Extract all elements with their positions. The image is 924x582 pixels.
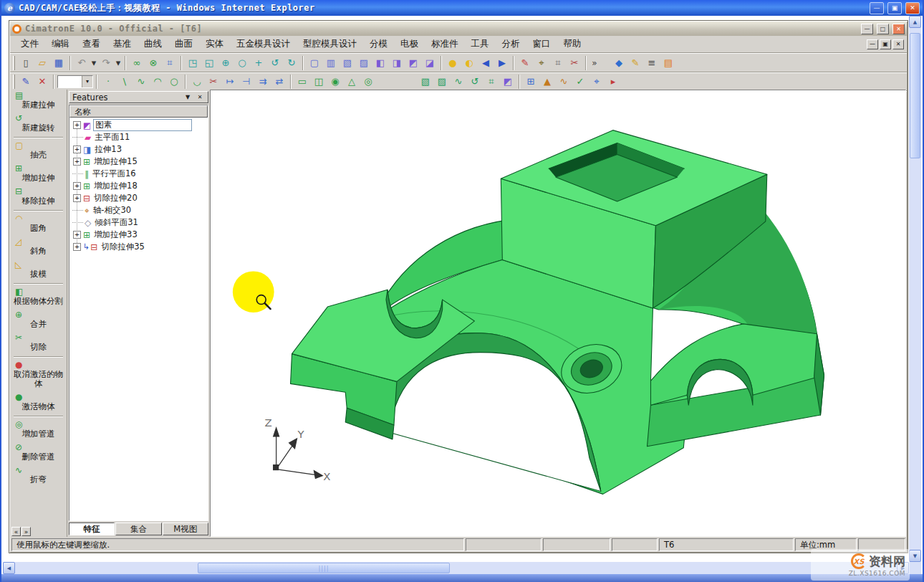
display-shaded-icon[interactable]: ▧ [340,55,355,71]
browser-restore-button[interactable]: ▣ [887,2,902,14]
menu-item-tools[interactable]: 工具 [465,36,496,52]
tree-item-add-extrude-9[interactable]: +⊞增加拉伸33 [72,229,208,241]
browser-close-button[interactable]: ✕ [905,2,920,14]
app-maximize-button[interactable]: □ [877,24,889,34]
datum-grid-icon[interactable]: ⌗ [162,55,178,71]
sidebar-item-add-extrude[interactable]: ⊞增加拉伸 [10,163,67,186]
sidebar-item-remove-extrude[interactable]: ⊟移除拉伸 [10,186,67,209]
curvature-analysis-icon[interactable]: ∿ [556,74,572,90]
display-mode-4-icon[interactable]: ◪ [422,55,438,71]
light-on-icon[interactable]: ● [445,55,461,71]
pan-icon[interactable]: + [251,55,266,71]
vertical-scroll-thumb[interactable] [910,33,920,158]
primitive-torus-icon[interactable]: ◎ [360,74,376,90]
toolbar-drag-handle[interactable] [13,56,15,70]
line-icon[interactable]: \ [117,74,133,90]
display-mode-1-icon[interactable]: ◧ [372,55,388,71]
end-flag-icon[interactable]: ▸ [605,74,621,90]
redo-icon[interactable]: ↷ [98,55,114,71]
surface-net-icon[interactable]: ⌗ [483,74,499,90]
measure-icon[interactable]: ⌖ [534,55,549,71]
surface-sweep-icon[interactable]: ∿ [451,74,466,90]
extend-icon[interactable]: ↦ [222,74,238,90]
style-combobox[interactable]: ▾ [57,75,93,88]
surface-revolve-icon[interactable]: ↺ [467,74,483,90]
tree-item-extrude-2[interactable]: +◨拉伸13 [72,143,208,156]
zoom-fit-icon[interactable]: ◱ [201,55,217,71]
menu-item-view[interactable]: 查看 [76,36,107,52]
trim-cut-icon[interactable]: ✂ [567,55,582,71]
display-wireframe-icon[interactable]: ▢ [307,55,322,71]
menu-item-standard-parts[interactable]: 标准件 [425,36,465,52]
primitive-sphere-icon[interactable]: ◉ [327,74,343,90]
new-document-icon[interactable]: ▯ [18,55,34,71]
menu-item-surface[interactable]: 曲面 [168,36,199,52]
sidebar-item-new-extrude[interactable]: ▤新建拉伸 [10,90,67,113]
tree-item-tilted-plane-8[interactable]: ◇倾斜平面31 [72,216,208,229]
sidebar-item-chamfer[interactable]: ◿斜角 [10,236,67,259]
tree-expander-icon[interactable]: + [73,243,81,251]
sidebar-item-new-revolve[interactable]: ↺新建旋转 [10,113,67,135]
surface-trim-icon[interactable]: ◩ [500,74,516,90]
draft-analysis-icon[interactable]: ▲ [539,74,555,90]
display-mode-2-icon[interactable]: ◨ [389,55,405,71]
tree-column-header[interactable]: 名称 [69,105,208,118]
tree-expander-icon[interactable]: + [73,121,81,129]
toolbar-drag-handle[interactable] [13,75,15,89]
spline-icon[interactable]: ∿ [133,74,149,90]
sidebar-item-merge[interactable]: ⊕合并 [10,309,67,332]
tree-expander-icon[interactable]: + [73,182,81,190]
menu-item-window[interactable]: 窗口 [526,36,557,52]
arc-icon[interactable]: ◠ [150,74,165,90]
tree-expander-icon[interactable]: + [73,146,81,153]
save-icon[interactable]: ▦ [51,55,67,71]
trim-icon[interactable]: ✂ [206,74,221,90]
circle-icon[interactable]: ○ [166,74,182,90]
tree-item-sketch-node-0[interactable]: +◩图素 [72,119,208,131]
document-close-button[interactable]: ✕ [892,39,904,49]
sidebar-scroll-left-button[interactable]: « [11,527,21,536]
undo-dropdown-icon[interactable]: ▾ [90,55,97,71]
undo-icon[interactable]: ↶ [74,55,90,71]
tree-item-cut-extrude-6[interactable]: +⊟切除拉伸20 [72,192,208,204]
features-tab-0[interactable]: 特征 [69,523,115,535]
sidebar-item-cut[interactable]: ✂切除 [10,332,67,355]
display-shaded-edges-icon[interactable]: ▨ [356,55,372,71]
tree-item-add-extrude-3[interactable]: +⊞增加拉伸15 [72,156,208,168]
sidebar-item-activate-object[interactable]: ●激活物体 [10,391,67,414]
scroll-down-button[interactable]: ▼ [909,550,921,562]
mirror-icon[interactable]: ⇄ [271,74,287,90]
sidebar-item-bend[interactable]: ∿折弯 [10,464,67,487]
menu-item-analysis[interactable]: 分析 [496,36,526,52]
sidebar-item-shell[interactable]: ▢抽壳 [10,140,67,163]
menu-item-help[interactable]: 帮助 [557,36,588,52]
offset-icon[interactable]: ⇉ [255,74,271,90]
app-close-button[interactable]: ✕ [892,24,905,34]
light-off-icon[interactable]: ◐ [461,55,477,71]
sidebar-item-draft[interactable]: ◺拔模 [10,259,67,282]
snap-grid-icon[interactable]: ⌗ [550,55,566,71]
tree-expander-icon[interactable]: + [73,231,81,239]
redo-dropdown-icon[interactable]: ▾ [115,55,122,71]
tree-item-parallel-plane-4[interactable]: ∥平行平面16 [72,168,208,180]
sidebar-item-add-pipe[interactable]: ◎增加管道 [10,419,67,442]
display-mode-3-icon[interactable]: ◩ [405,55,421,71]
magnifier-icon[interactable]: ○ [234,55,250,71]
app-minimize-button[interactable]: — [861,24,873,34]
sidebar-scroll-right-button[interactable]: » [21,527,31,536]
menu-item-parting[interactable]: 分模 [363,36,394,52]
sidebar-item-fillet[interactable]: ◠圆角 [10,213,67,236]
primitive-cone-icon[interactable]: △ [344,74,360,90]
list-options-icon[interactable]: ≡ [644,55,660,71]
view-next-icon[interactable]: ▶ [494,55,510,71]
spin-view-icon[interactable]: ↻ [284,55,299,71]
rotate-view-icon[interactable]: ↺ [267,55,283,71]
browser-horizontal-scrollbar[interactable]: ◀ |||| ▶ [3,562,909,574]
check-icon[interactable]: ✓ [572,74,588,90]
scroll-left-button[interactable]: ◀ [3,562,15,574]
document-minimize-button[interactable]: — [867,39,878,49]
features-tab-1[interactable]: 集合 [115,523,161,535]
scroll-up-button[interactable]: ▲ [909,16,921,28]
chevron-down-icon[interactable]: ▾ [82,76,92,87]
surface-blend-icon[interactable]: ▧ [418,74,433,90]
